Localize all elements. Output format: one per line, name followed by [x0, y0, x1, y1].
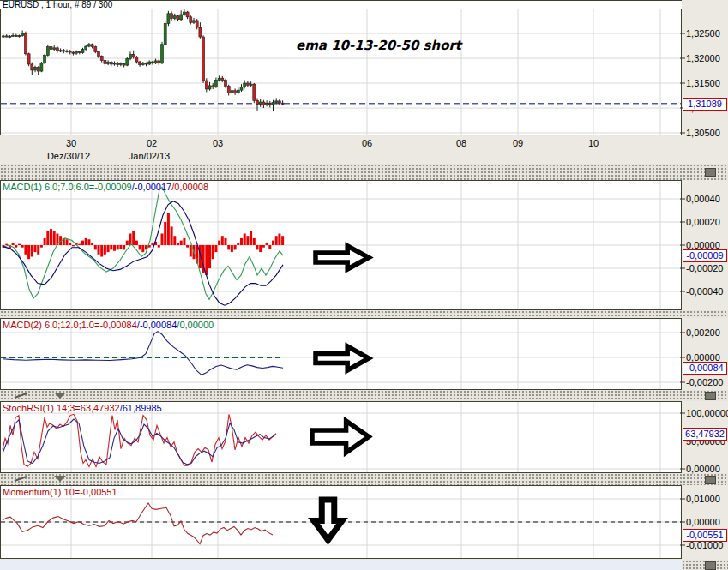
- x-axis-day-label: 09: [513, 138, 523, 148]
- scrollbar-corner: [682, 560, 728, 570]
- line-tool-icon[interactable]: [14, 475, 29, 483]
- current-value-box-stoch: 63,47932: [683, 428, 727, 441]
- y-tick-label: -0,00040: [686, 286, 723, 297]
- y-tick-label: 0,01000: [686, 494, 720, 504]
- y-tick-label: 0,00000: [686, 517, 720, 527]
- y-tick-label: 1,32500: [686, 28, 720, 39]
- y-tick-label: -0,00020: [686, 263, 723, 273]
- x-axis-date-label: Dez/30/12: [47, 151, 90, 161]
- momentum-header-part: Momentum(1) 10=-0,00551: [3, 487, 117, 497]
- splitter-3[interactable]: [0, 390, 728, 401]
- macd1-header-part: /0,00008: [171, 182, 208, 192]
- splitter-1[interactable]: [0, 164, 728, 180]
- collapse-triangle-icon[interactable]: [53, 475, 69, 483]
- y-tick-label: 1,31500: [686, 78, 720, 88]
- current-value-box-macd2: -0,00084: [683, 362, 727, 375]
- splitter-grip-icon[interactable]: [705, 168, 716, 177]
- splitter-grip-icon[interactable]: [705, 392, 716, 400]
- current-value-box-macd1: -0,00009: [683, 249, 727, 262]
- y-tick-label: 100,00000: [686, 408, 728, 418]
- x-axis-day-label: 10: [588, 138, 599, 148]
- x-axis-day-label: 08: [456, 138, 466, 148]
- line-tool-icon[interactable]: [14, 392, 29, 399]
- macd1-header-part: /-0,00017: [132, 182, 171, 192]
- collapse-triangle-icon[interactable]: [53, 392, 69, 399]
- macd1-panel[interactable]: [0, 180, 682, 310]
- y-tick-label: 1,32000: [686, 53, 720, 63]
- current-value-box-momentum: -0,00551: [683, 529, 727, 542]
- chart-window: EURUSD , 1 hour, # 89 / 300 1,325001,320…: [0, 0, 728, 570]
- y-tick-label: 0,00020: [686, 217, 720, 227]
- x-axis-day-label: 02: [147, 138, 157, 148]
- annotation-text: ema 10-13-20-50 short: [296, 38, 461, 53]
- x-axis-day-label: 06: [362, 138, 372, 148]
- x-axis-day-label: 30: [66, 138, 76, 148]
- macd2-header-part: /0,00000: [177, 320, 214, 330]
- stoch-header-part: /61,89985: [120, 403, 162, 413]
- y-tick-label: -0,00200: [686, 377, 723, 387]
- macd2-header-part: MACD(2) 6.0;12.0;1.0=-0,00084: [3, 320, 137, 330]
- price-chart-panel[interactable]: [0, 9, 682, 135]
- momentum-header: Momentum(1) 10=-0,00551: [3, 487, 117, 497]
- macd2-header: MACD(2) 6.0;12.0;1.0=-0,00084/-0,00084/0…: [3, 320, 214, 330]
- y-tick-label: 0,00040: [686, 194, 720, 204]
- splitter-2[interactable]: [0, 310, 728, 318]
- macd1-header-part: MACD(1) 6.0;7.0;6.0=-0,00009: [3, 182, 132, 192]
- current-value-box-price: 1,31089: [683, 98, 727, 111]
- stoch-header: StochRSI(1) 14;3=63,47932/61,89985: [3, 403, 162, 413]
- splitter-4[interactable]: [0, 473, 728, 485]
- macd2-header-part: /-0,00084: [137, 320, 177, 330]
- y-tick-label: 0,00200: [686, 327, 720, 338]
- horizontal-scrollbar[interactable]: [0, 560, 728, 570]
- macd1-header: MACD(1) 6.0;7.0;6.0=-0,00009/-0,00017/0,…: [3, 182, 208, 192]
- resize-grip-icon[interactable]: [705, 561, 716, 570]
- splitter-grip-icon[interactable]: [705, 476, 716, 484]
- y-tick-label: 1,30500: [686, 128, 720, 138]
- x-axis-date-label: Jan/02/13: [129, 151, 170, 161]
- x-axis-day-label: 03: [213, 138, 223, 148]
- stoch-header-part: StochRSI(1) 14;3=63,47932: [3, 403, 120, 413]
- y-tick-label: 0,00000: [686, 464, 720, 474]
